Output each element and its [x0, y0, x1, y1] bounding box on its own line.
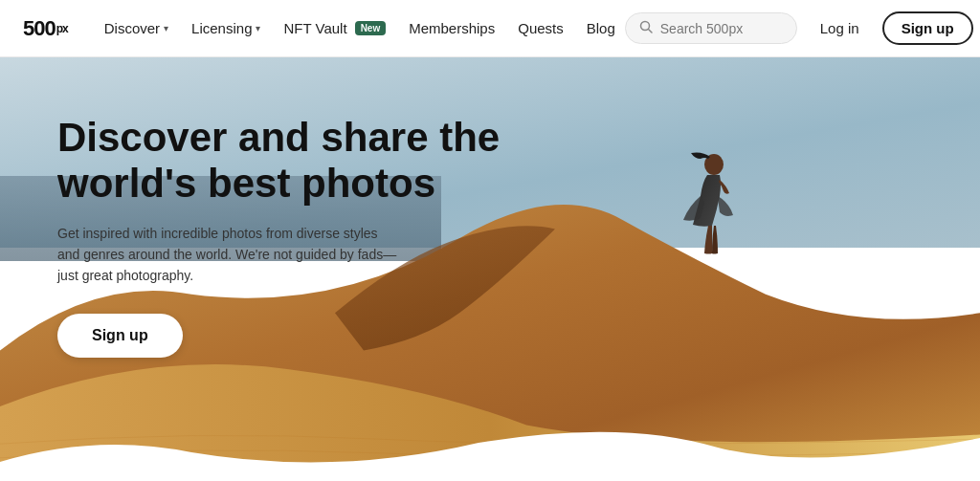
hero-person	[674, 143, 750, 287]
search-input[interactable]	[660, 21, 783, 36]
svg-line-1	[648, 30, 652, 33]
nav-item-quests-label: Quests	[518, 20, 564, 36]
nav-item-licensing-label: Licensing	[191, 20, 252, 36]
nav-links: Discover ▾ Licensing ▾ NFT Vault New Mem…	[95, 14, 625, 42]
nav-item-memberships[interactable]: Memberships	[399, 14, 504, 42]
nav-item-nft-vault-label: NFT Vault	[283, 20, 346, 36]
nav-item-memberships-label: Memberships	[409, 20, 495, 36]
search-icon	[639, 20, 653, 36]
navbar: 500px Discover ▾ Licensing ▾ NFT Vault N…	[0, 0, 980, 57]
hero-section: Discover and share the world's best phot…	[0, 57, 980, 481]
logo-text: 500	[23, 16, 56, 41]
nft-badge: New	[355, 21, 387, 35]
hero-wave	[0, 424, 980, 481]
nav-right: Log in Sign up	[625, 11, 973, 45]
chevron-down-icon: ▾	[256, 23, 260, 33]
nav-item-quests[interactable]: Quests	[508, 14, 573, 42]
hero-content: Discover and share the world's best phot…	[57, 115, 517, 358]
signup-button-nav[interactable]: Sign up	[882, 11, 973, 45]
search-bar[interactable]	[625, 12, 797, 44]
hero-subtitle: Get inspired with incredible photos from…	[57, 223, 402, 287]
nav-item-discover-label: Discover	[104, 20, 160, 36]
login-button[interactable]: Log in	[809, 13, 871, 43]
logo-suffix: px	[56, 22, 68, 35]
nav-item-nft-vault[interactable]: NFT Vault New	[274, 14, 395, 42]
chevron-down-icon: ▾	[164, 23, 168, 33]
nav-item-discover[interactable]: Discover ▾	[95, 14, 178, 42]
nav-item-blog-label: Blog	[587, 20, 615, 36]
hero-signup-button[interactable]: Sign up	[57, 314, 183, 358]
nav-item-blog[interactable]: Blog	[577, 14, 625, 42]
hero-title: Discover and share the world's best phot…	[57, 115, 517, 208]
nav-item-licensing[interactable]: Licensing ▾	[182, 14, 270, 42]
logo[interactable]: 500px	[23, 16, 68, 41]
